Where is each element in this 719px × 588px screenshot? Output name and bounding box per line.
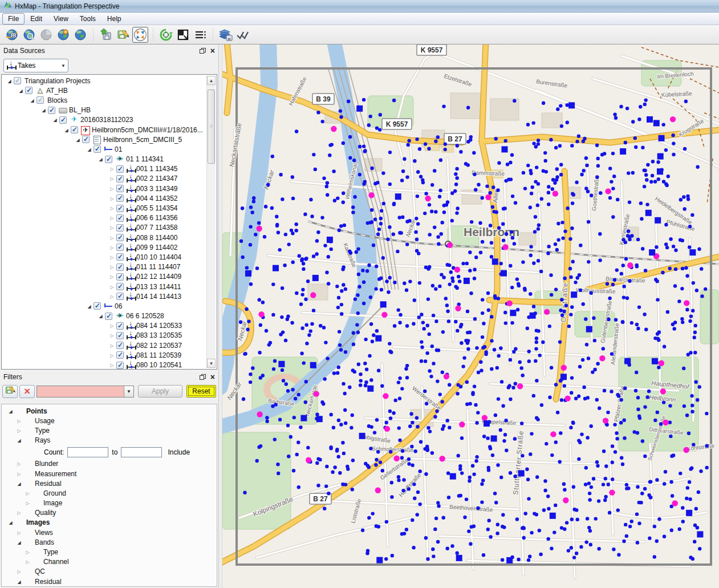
tie-point[interactable]: [454, 320, 457, 323]
tree-item[interactable]: AT_HB: [3, 86, 206, 95]
tie-point[interactable]: [446, 310, 449, 313]
tie-point[interactable]: [655, 540, 659, 543]
tie-point[interactable]: [428, 203, 431, 206]
tie-point[interactable]: [281, 286, 284, 290]
tie-point[interactable]: [458, 464, 462, 468]
tie-point[interactable]: [433, 528, 437, 531]
tie-point[interactable]: [532, 394, 535, 398]
tie-point[interactable]: [578, 365, 582, 368]
gcp-point[interactable]: [507, 301, 513, 306]
tie-point[interactable]: [681, 506, 684, 509]
tie-point[interactable]: [673, 284, 677, 287]
tie-point[interactable]: [474, 188, 477, 192]
tie-point[interactable]: [487, 309, 490, 312]
tie-point[interactable]: [680, 317, 684, 321]
tie-point[interactable]: [580, 173, 583, 176]
tie-point[interactable]: [602, 347, 605, 350]
tie-point[interactable]: [286, 424, 290, 427]
tie-point[interactable]: [295, 222, 298, 226]
tie-point[interactable]: [407, 143, 410, 147]
tie-point[interactable]: [595, 398, 599, 402]
collapse-icon[interactable]: [85, 146, 94, 153]
tie-point[interactable]: [341, 441, 344, 444]
tree-item[interactable]: 008 8 114400: [3, 233, 206, 242]
tie-point[interactable]: [563, 384, 566, 387]
tie-point[interactable]: [636, 431, 639, 435]
tie-point[interactable]: [481, 240, 484, 244]
save-filter-button[interactable]: [2, 385, 18, 398]
tie-point[interactable]: [332, 371, 336, 375]
tie-point[interactable]: [624, 257, 628, 261]
tie-point[interactable]: [327, 492, 330, 495]
tie-point[interactable]: [522, 171, 525, 175]
tie-point[interactable]: [290, 321, 294, 325]
tie-point[interactable]: [436, 379, 439, 383]
tie-point[interactable]: [379, 460, 382, 464]
tie-point[interactable]: [537, 227, 540, 230]
tie-point[interactable]: [441, 221, 444, 224]
gcp-point[interactable]: [670, 116, 676, 122]
tie-point[interactable]: [500, 380, 503, 383]
tie-point[interactable]: [590, 424, 593, 428]
checkbox[interactable]: [82, 136, 90, 143]
gcp-point[interactable]: [605, 188, 611, 194]
tie-point[interactable]: [685, 274, 689, 278]
tie-point[interactable]: [579, 545, 583, 549]
tie-point[interactable]: [348, 250, 351, 253]
tie-point[interactable]: [362, 98, 365, 102]
tie-point[interactable]: [367, 516, 371, 520]
tie-point[interactable]: [634, 389, 637, 392]
tie-point[interactable]: [611, 444, 614, 448]
tie-point[interactable]: [585, 540, 588, 544]
tie-point[interactable]: [680, 287, 684, 290]
takes-dropdown[interactable]: Takes ▼: [3, 59, 68, 72]
tie-point[interactable]: [570, 305, 574, 309]
tie-point[interactable]: [577, 439, 580, 442]
tie-point[interactable]: [570, 546, 573, 549]
tie-point[interactable]: [304, 380, 308, 383]
tie-point[interactable]: [641, 439, 644, 443]
tie-point[interactable]: [361, 269, 364, 272]
tie-point[interactable]: [586, 517, 589, 520]
tree-item[interactable]: 009 9 114402: [3, 242, 206, 252]
tie-point[interactable]: [355, 250, 358, 254]
tie-point[interactable]: [484, 352, 488, 356]
tie-point[interactable]: [251, 210, 254, 214]
tree-item[interactable]: 014 14 114413: [3, 291, 206, 301]
control-point[interactable]: [380, 301, 387, 307]
tie-point[interactable]: [556, 411, 559, 414]
tie-point[interactable]: [421, 178, 424, 181]
tie-point[interactable]: [374, 463, 377, 467]
tie-point[interactable]: [556, 107, 559, 111]
tie-point[interactable]: [414, 449, 417, 453]
tie-point[interactable]: [639, 201, 643, 205]
checkbox[interactable]: [116, 205, 124, 212]
tie-point[interactable]: [352, 343, 355, 346]
tie-point[interactable]: [690, 394, 693, 398]
tie-point[interactable]: [497, 397, 500, 400]
tie-point[interactable]: [408, 139, 411, 143]
tie-point[interactable]: [677, 299, 681, 303]
tie-point[interactable]: [699, 469, 702, 473]
tie-point[interactable]: [423, 212, 426, 215]
tie-point[interactable]: [596, 362, 599, 366]
tie-point[interactable]: [554, 383, 558, 386]
expand-icon[interactable]: [108, 244, 116, 251]
tie-point[interactable]: [683, 147, 686, 151]
tie-point[interactable]: [543, 151, 547, 155]
gcp-point[interactable]: [258, 311, 264, 317]
tie-point[interactable]: [259, 376, 262, 379]
tie-point[interactable]: [403, 282, 406, 285]
checkbox[interactable]: [116, 362, 124, 369]
control-point[interactable]: [686, 510, 692, 516]
tie-point[interactable]: [239, 321, 242, 324]
tie-point[interactable]: [602, 449, 606, 453]
tie-point[interactable]: [705, 412, 708, 415]
tie-point[interactable]: [281, 368, 284, 372]
tie-point[interactable]: [559, 309, 562, 312]
tie-point[interactable]: [501, 525, 504, 528]
tie-point[interactable]: [327, 282, 330, 285]
tie-point[interactable]: [376, 233, 380, 236]
tie-point[interactable]: [698, 547, 701, 550]
tie-point[interactable]: [571, 201, 574, 205]
